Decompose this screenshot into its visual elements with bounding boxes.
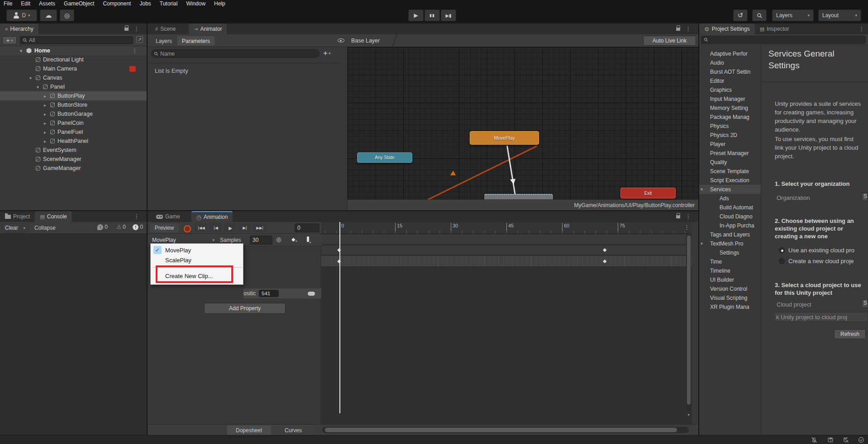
settings-item[interactable]: Player [699, 140, 761, 149]
expand-closed-icon[interactable]: ▸ [44, 139, 50, 144]
first-key-button[interactable]: |◀◀ [195, 223, 208, 232]
settings-item[interactable]: Tags and Layers [699, 230, 761, 239]
settings-item[interactable]: Quality [699, 158, 761, 167]
expand-closed-icon[interactable]: ▸ [44, 94, 50, 99]
add-property-button[interactable]: Add Property [204, 303, 286, 314]
menu-help[interactable]: Help [214, 0, 225, 7]
samples-field[interactable] [250, 236, 272, 245]
keyframe-diamond[interactable]: ◆ [603, 258, 606, 264]
expand-closed-icon[interactable]: ▸ [44, 103, 50, 108]
cloud-button[interactable]: ☁ [40, 9, 57, 21]
dopesheet-row-1[interactable]: ◆ ◆ [321, 246, 692, 255]
settings-item[interactable]: Preset Manager [699, 149, 761, 158]
hierarchy-item[interactable]: Main Camera [0, 64, 147, 73]
vertical-scrollbar[interactable]: ▼ [686, 235, 691, 411]
settings-item[interactable]: Package Manag [699, 113, 761, 122]
preview-button[interactable]: Preview [150, 223, 178, 232]
settings-item[interactable]: Editor [699, 76, 761, 85]
scene-menu-icon[interactable]: ⋮ [132, 48, 138, 54]
menu-window[interactable]: Window [186, 0, 205, 7]
lock-icon[interactable] [676, 28, 680, 31]
dopesheet-menu-icon[interactable]: ⋮ [684, 224, 690, 230]
state-node-moveplay[interactable]: MovePlay [470, 131, 539, 145]
last-key-button[interactable]: ▶▶| [253, 223, 267, 232]
link-project-button-clipped[interactable]: k Unity project to cloud proj [774, 312, 868, 322]
create-add-button[interactable]: + ▾ [2, 36, 17, 44]
menu-gameobject[interactable]: GameObject [64, 0, 94, 7]
activity-ok-icon[interactable] [858, 436, 865, 444]
hierarchy-item[interactable]: EventSystem [0, 146, 147, 155]
add-event-icon[interactable]: + [307, 236, 311, 245]
prev-key-button[interactable]: |◀ [209, 223, 223, 232]
tab-inspector[interactable]: ▤ Inspector [755, 24, 794, 34]
settings-menu-icon[interactable]: ⋮ [858, 26, 864, 32]
tab-parameters[interactable]: Parameters [177, 36, 215, 46]
hierarchy-item[interactable]: ▾ Canvas [0, 73, 147, 82]
horizontal-scrollbar[interactable] [322, 427, 689, 433]
layout-dropdown[interactable]: Layout ▾ [818, 9, 861, 21]
lock-icon[interactable] [124, 28, 129, 31]
animation-menu-icon[interactable]: ⋮ [685, 213, 691, 219]
settings-item[interactable]: Version Control [699, 284, 761, 293]
menu-file[interactable]: File [4, 0, 12, 7]
tab-animator[interactable]: ⇝ Animator [189, 24, 227, 34]
settings-item[interactable]: Graphics [699, 85, 761, 94]
keyframe-target-icon[interactable]: ◎ [276, 236, 281, 243]
hierarchy-item[interactable]: ▾ Panel [0, 82, 147, 91]
hierarchy-item[interactable]: ▸ PanelCoin [0, 118, 147, 128]
hierarchy-search-field[interactable]: All [20, 36, 133, 44]
menu-edit[interactable]: Edit [21, 0, 30, 7]
clear-button[interactable]: Clear ▾ [2, 223, 29, 232]
dopesheet-row-summary[interactable] [321, 235, 692, 245]
settings-item[interactable]: Cloud Diagno [699, 212, 761, 221]
warning-count-badge[interactable]: ⚠ 0 [117, 224, 126, 230]
expand-open-icon[interactable]: ▾ [37, 85, 43, 90]
hierarchy-item[interactable]: GameManager [0, 164, 147, 173]
error-count-badge[interactable]: ! 0 [133, 224, 143, 230]
console-log-area[interactable] [0, 234, 147, 435]
hierarchy-scene-row[interactable]: ▾ Home ⋮ [0, 46, 147, 55]
tab-console[interactable]: ▤ Console [35, 211, 72, 222]
frame-field[interactable] [295, 223, 320, 232]
radio-new-project[interactable]: Create a new cloud proje [779, 258, 867, 265]
settings-item[interactable]: Memory Setting [699, 104, 761, 113]
settings-item[interactable]: Burst AOT Settin [699, 67, 761, 76]
menu-tutorial[interactable]: Tutorial [160, 0, 178, 7]
property-value-field[interactable] [259, 290, 279, 297]
horizontal-scrollbar-thumb[interactable] [325, 428, 677, 432]
settings-item[interactable]: Build Automat [699, 203, 761, 212]
transition-line-white[interactable] [506, 146, 516, 196]
menu-component[interactable]: Component [103, 0, 131, 7]
search-button[interactable] [752, 9, 767, 21]
add-parameter-button[interactable]: + ▾ [323, 49, 330, 58]
layers-dropdown[interactable]: Layers ▾ [772, 9, 814, 21]
log-count-badge[interactable]: ! 0 [97, 224, 108, 230]
radio-existing-project[interactable]: Use an existing cloud pro [779, 247, 867, 254]
undo-history-button[interactable]: ↺ [733, 9, 748, 21]
tab-animation[interactable]: ◷ Animation [191, 211, 233, 222]
tab-scene[interactable]: # Scene [150, 24, 181, 34]
settings-item[interactable]: Physics 2D [699, 131, 761, 140]
breadcrumb[interactable]: Base Layer [351, 34, 380, 47]
hierarchy-menu-icon[interactable]: ⋮ [134, 26, 139, 32]
menu-item-moveplay[interactable]: ✓ MovePlay [151, 245, 244, 255]
settings-item[interactable]: Input Manager [699, 94, 761, 104]
cloud-project-dropdown-clipped[interactable]: S [862, 299, 868, 308]
keyframe-diamond[interactable]: ◆ [603, 247, 606, 253]
next-key-button[interactable]: ▶| [238, 223, 252, 232]
main-camera-alert-icon[interactable] [129, 66, 136, 72]
tab-project-settings[interactable]: ⚙ Project Settings [699, 24, 755, 34]
state-node-exit[interactable]: Exit [620, 188, 676, 198]
settings-item[interactable]: UI Builder [699, 275, 761, 284]
record-button[interactable] [182, 223, 191, 232]
state-node-anystate[interactable]: Any State [357, 152, 412, 163]
property-row[interactable]: ositic [243, 288, 321, 298]
pause-button[interactable]: ▮▮ [424, 9, 440, 21]
hierarchy-item[interactable]: ▸ HealthPanel [0, 137, 147, 146]
console-menu-icon[interactable]: ⋮ [134, 213, 139, 219]
tab-game[interactable]: Game [151, 211, 185, 222]
parameter-search-field[interactable]: Name [151, 49, 320, 58]
cache-server-disabled-icon[interactable] [827, 436, 834, 444]
settings-item[interactable]: In-App Purcha [699, 221, 761, 230]
settings-item[interactable]: ▾ TextMesh Pro [699, 239, 761, 248]
